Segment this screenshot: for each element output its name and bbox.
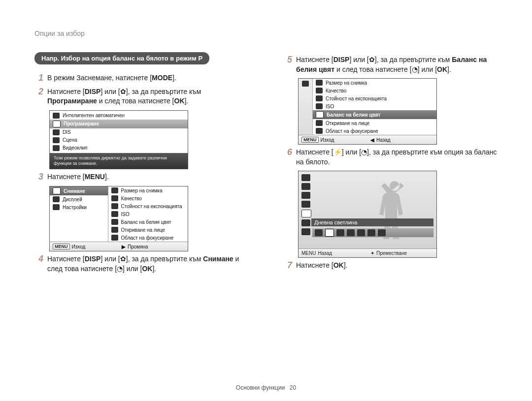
iso-icon: [301, 201, 310, 208]
timer-icon: ◔: [117, 265, 123, 273]
menu-item: Качество: [313, 87, 436, 94]
menu-tab-display: Дисплей: [50, 195, 108, 203]
label: Област на фокусиране: [121, 235, 174, 241]
example-heading: Напр. Избор на опция баланс на бялото в …: [34, 52, 209, 64]
smart-auto-icon: [53, 113, 60, 119]
ev-icon: [301, 192, 310, 199]
disp-button-label: DISP: [85, 88, 101, 95]
label: Снимане: [64, 188, 85, 194]
text: ] или [: [100, 255, 120, 263]
mode-item-movie: Видеоклип: [50, 144, 188, 152]
timer-icon: ◔: [412, 65, 418, 73]
wb-icon: [316, 111, 324, 118]
text: Натиснете [: [296, 56, 333, 63]
mode-item-program: Програмиране: [50, 120, 188, 128]
label: Откриване на лице: [326, 121, 369, 126]
mode-item-smart-auto: Интелигентен автоматичен: [50, 112, 188, 120]
page: Опции за избор Напр. Избор на опция бала…: [0, 0, 532, 401]
wb-cloudy-icon: [336, 229, 344, 236]
mode-item-dis: DIS: [50, 128, 188, 136]
text: ].: [185, 97, 189, 105]
menu-item: Област на фокусиране: [313, 127, 436, 135]
label: Назад: [376, 137, 391, 143]
step-body: Натиснете [MENU].: [47, 172, 249, 182]
menu-left-pane: Снимане Дисплей Настройки: [50, 186, 108, 242]
left-arrow-icon: ◀: [370, 137, 374, 143]
footer-section: Основни функции: [236, 384, 285, 391]
text: ].: [447, 65, 451, 73]
nav-cross-icon: ✦: [370, 250, 374, 256]
footer-right: ◀ Назад: [367, 135, 436, 144]
right-column: 5 Натиснете [DISP] или [✿], за да превър…: [283, 52, 498, 278]
text: Натиснете [: [47, 173, 85, 181]
menu-item: Стойност на експонацията: [108, 202, 188, 210]
photo-size-icon: [301, 174, 310, 181]
wb-option-label: Дневна светлина: [311, 218, 433, 226]
focus-area-icon: [301, 228, 310, 235]
menu-item: Размер на снимка: [108, 186, 188, 194]
two-column-layout: Напр. Избор на опция баланс на бялото в …: [34, 52, 498, 278]
display-icon: [53, 196, 60, 202]
page-header: Опции за избор: [34, 30, 498, 37]
wb-awb-icon: [315, 229, 323, 236]
text: ] или [: [100, 88, 120, 95]
right-arrow-icon: ▶: [122, 244, 126, 249]
mode-item-scene: Сцена: [50, 136, 188, 144]
menu-item: Размер на снимка: [313, 79, 436, 87]
step-number: 7: [283, 261, 292, 271]
wb-fluorescent-h-icon: [347, 229, 355, 236]
text: и след това натиснете [: [97, 97, 174, 105]
flash-icon: ⚡: [333, 148, 342, 156]
label: Баланс на белия цвят: [121, 219, 171, 225]
menu-item: Стойност на експонацията: [313, 94, 436, 102]
wb-left-icon-strip: [301, 174, 311, 235]
text: ].: [344, 261, 348, 269]
photo-size-icon: [111, 187, 118, 193]
mode-list: Интелигентен автоматичен Програмиране DI…: [50, 111, 188, 153]
timer-icon: ◔: [361, 148, 367, 156]
menu-tab-shooting: Снимане: [50, 186, 108, 195]
quality-icon: [111, 195, 118, 201]
step-7: 7 Натиснете [OK].: [283, 261, 498, 271]
step-number: 3: [34, 172, 43, 182]
photo-size-icon: [316, 80, 323, 86]
mode-selection-screen: Интелигентен автоматичен Програмиране DI…: [49, 110, 188, 170]
menu-item: Баланс на белия цвят: [108, 218, 188, 226]
macro-icon: ✿: [120, 88, 126, 95]
ev-icon: [111, 203, 118, 209]
menu-key-icon: MENU: [301, 137, 319, 143]
label: Стойност на експонацията: [121, 204, 182, 209]
movie-icon: [53, 145, 60, 151]
text: ].: [105, 173, 109, 181]
page-number: 20: [290, 384, 296, 391]
label: Област на фокусиране: [326, 128, 378, 134]
menu-key-icon: MENU: [53, 244, 70, 249]
label: Дисплей: [63, 197, 82, 202]
step-body: Натиснете [⚡] или [◔], за да превъртите …: [296, 148, 498, 167]
iso-icon: [316, 103, 323, 109]
label: Преместване: [376, 250, 407, 256]
menu-key-icon: MENU: [301, 250, 316, 256]
face-detect-icon: [301, 219, 310, 226]
step-body: Натиснете [DISP] или [✿], за да превърти…: [296, 55, 498, 74]
step-number: 2: [34, 87, 43, 106]
text: Натиснете [: [296, 148, 333, 156]
label: Промяна: [128, 244, 148, 249]
label: Изход: [72, 244, 86, 249]
menu-footer: MENU Изход ◀ Назад: [299, 135, 436, 144]
main-menu-screen: Снимане Дисплей Настройки Размер на сним…: [49, 186, 188, 251]
step-number: 4: [34, 254, 43, 274]
footer-left: MENU Назад: [299, 249, 367, 257]
text: ].: [152, 265, 156, 273]
face-detect-icon: [111, 227, 118, 233]
wb-icon: [301, 210, 311, 217]
label: Качество: [326, 88, 346, 93]
shooting-right-pane: Размер на снимка Качество Стойност на ек…: [313, 79, 436, 135]
menu-item: Откриване на лице: [313, 119, 436, 127]
bold-target: Програмиране: [47, 97, 97, 105]
iso-icon: [111, 211, 118, 217]
step-6: 6 Натиснете [⚡] или [◔], за да превъртит…: [283, 148, 498, 167]
text: Натиснете [: [47, 88, 85, 95]
text: ] или [: [349, 56, 368, 63]
quality-icon: [316, 88, 323, 93]
